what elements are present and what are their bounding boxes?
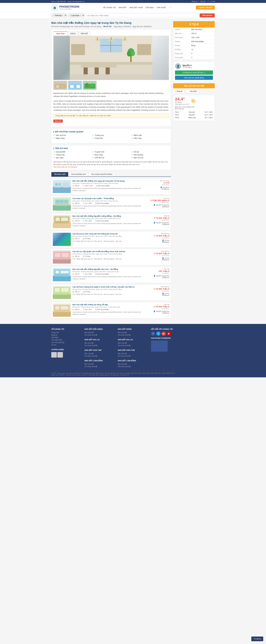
listing-image-5[interactable] [53, 250, 71, 264]
like-button[interactable]: ♡ Yêu thích [186, 90, 199, 93]
location-select[interactable]: – Lựa chọn – [68, 13, 84, 18]
footer-link-post[interactable]: Đăng tin [51, 334, 82, 336]
detail-floors-label: Số tầng: [173, 48, 190, 52]
email-button[interactable]: Gởi mail cho người đăng [175, 76, 213, 80]
like-icon-3[interactable]: ♡ [165, 226, 167, 228]
listing-image-8[interactable] [53, 304, 71, 317]
footer-link-home[interactable]: Trang chủ [51, 332, 82, 334]
thumbnail-3[interactable] [83, 81, 97, 90]
share-icon-5[interactable]: ⤷ [168, 262, 169, 264]
share-icon-3[interactable]: ⤷ [168, 226, 169, 228]
nav-rent[interactable]: CÂN THUÊ [157, 6, 166, 8]
card-title-4[interactable]: Căn hộ Azura view sông Hàn thơ mộng giá … [73, 233, 147, 235]
listing-image-3[interactable] [53, 215, 71, 228]
share-button[interactable]: < Chia sẻ [173, 90, 184, 93]
card-title-2[interactable]: Cho thuê căn hộ Quận Liên Chiểu – TP Đà … [73, 198, 147, 200]
footer-link-about[interactable]: Giới thiệu [51, 336, 82, 338]
page-title: Bán nhà mặt tiền đường 12m ngay tại trun… [51, 21, 171, 24]
footer-col2-link2[interactable]: Cho thuê nhà đất [85, 334, 115, 336]
like-icon-4[interactable]: ♡ [165, 244, 167, 246]
keyword-input[interactable] [86, 14, 198, 18]
thumbnail-2[interactable] [68, 81, 82, 90]
listing-image-7[interactable] [53, 286, 71, 299]
read-more-link[interactable]: Xem thêm bảo báo về chứng đó [53, 166, 77, 168]
share-icon-2[interactable]: ⤷ [168, 208, 169, 210]
logo[interactable]: PHONGTRODN Phòng trọ Đà Nẵng [51, 4, 79, 11]
footer-col3b-link2[interactable]: Cho thuê nhà đất [118, 344, 148, 346]
share-icon-4[interactable]: ⤷ [168, 244, 169, 246]
thumbnail-1[interactable] [53, 81, 67, 90]
tab-video[interactable]: VIDEO [67, 32, 78, 36]
contact-link[interactable]: Liên hệ [200, 0, 205, 2]
email-address[interactable]: demo@gmail.com [72, 1, 85, 2]
youtube-icon[interactable]: ▶ [214, 0, 215, 2]
card-title-5[interactable]: Căn hộ cao cấp Quận Liên Chiểu Đà Nẵng c… [73, 250, 147, 252]
footer-link-contact[interactable]: Liên hệ & giới p/g [51, 342, 82, 344]
card-title-7[interactable]: Căn hộ Paris Hoàng Kim Quận 2 chính thức… [73, 286, 147, 288]
footer-col2c-link2[interactable]: Cho thuê nhà đất [85, 355, 115, 357]
card-title-3[interactable]: Bán nhà mặt tiền đường Nguyễn Lương Bằng… [73, 215, 147, 217]
footer-col2d-link2[interactable]: Cho thuê nhà đất [85, 366, 115, 368]
card-title-1[interactable]: Bán nhà mặt tiền đường 12m ngay tại trun… [73, 180, 147, 182]
share-icon-1[interactable]: ⤷ [168, 191, 169, 193]
footer-col3d-link2[interactable]: Cho thuê nhà đất [118, 366, 148, 368]
listing-image-2[interactable] [53, 198, 71, 210]
facebook-icon[interactable]: f [208, 0, 208, 2]
report-button[interactable]: Báo cáo [53, 120, 63, 122]
nav-buy[interactable]: CẦN MUA [145, 6, 154, 8]
utility-grid: ✓ Internet/Wifi ✓ Truyền hình ✓ Hồ bơi ✓… [53, 151, 169, 159]
instagram-icon[interactable]: in [211, 0, 212, 2]
nav-real-estate[interactable]: NHÀ ĐẤT [119, 6, 127, 8]
like-icon-6[interactable]: ♡ [165, 279, 167, 282]
tab-similar[interactable]: TIN CÙNG NGƯỜI ĐĂNG [89, 172, 115, 176]
tab-map[interactable]: BẢN ĐỒ [78, 32, 91, 36]
googleplus-social-icon[interactable]: g+ [162, 332, 166, 336]
listing-image-1[interactable] [53, 180, 71, 193]
footer-col2d-link1[interactable]: Bán nhà đất [85, 363, 115, 365]
card-addr-2: 80 hà Nam, Phường Đông Kuên, Quận Hoàn K… [73, 200, 147, 202]
footer-col3c-link1[interactable]: Bán nhà đất [118, 352, 148, 354]
footer-col2-link1[interactable]: Bán nhà đất [85, 332, 115, 334]
footer-col3d-link1[interactable]: Bán nhà đất [118, 363, 148, 365]
footer-col3-link1[interactable]: Bán nhà đất [118, 332, 148, 334]
tab-image[interactable]: HÌNH ẢNH [53, 32, 67, 36]
footer-link-news[interactable]: Tin tức [51, 344, 82, 346]
login-link[interactable]: Đăng ký [192, 0, 197, 2]
like-icon-5[interactable]: ♡ [165, 262, 167, 264]
share-icon-8[interactable]: ⤷ [168, 315, 169, 317]
more-icon[interactable]: ⋮⋮ [169, 6, 172, 8]
like-icon-1[interactable]: ♡ [165, 191, 167, 193]
footer-col2b-link1[interactable]: Bán nhà đất [85, 342, 115, 344]
footer-link-search[interactable]: Tìm kiếm kiếm [51, 339, 82, 341]
nav-for-rent[interactable]: NHÀ ĐẤT THUÊ [129, 6, 143, 8]
like-icon-2[interactable]: ♡ [165, 208, 167, 210]
type-select[interactable]: – Thể loại – [51, 13, 67, 18]
phone-button[interactable]: 123456Xxxx (click để xem...) [175, 70, 213, 75]
phone-number[interactable]: 0358 999 888 [57, 1, 66, 2]
register-button[interactable]: + ĐĂNG TIN MỚI [196, 6, 215, 10]
footer-witnesses-title: CHỨNG NHẬN [51, 348, 82, 351]
share-icon-6[interactable]: ⤷ [168, 279, 169, 282]
search-button[interactable]: TÌM NHANH [200, 14, 215, 18]
share-icon-7[interactable]: ⤷ [168, 297, 169, 299]
footer-col2b-link2[interactable]: Cho thuê nhà đất [85, 344, 115, 346]
twitter-icon[interactable]: t [209, 0, 210, 2]
facebook-social-icon[interactable]: f [151, 332, 155, 336]
footer-col3-link2[interactable]: Cho thuê nhà đất [118, 334, 148, 336]
footer-col3c-link2[interactable]: Cho thuê nhà đất [118, 355, 148, 357]
youtube-social-icon[interactable]: ▶ [167, 332, 171, 336]
listing-image-6[interactable] [53, 268, 71, 281]
nav-about[interactable]: VỀ CHÚNG TÔI [103, 6, 116, 8]
like-icon-8[interactable]: ♡ [165, 315, 167, 317]
contact-button[interactable]: Gặp chủ nhà trực tiếp [173, 83, 215, 88]
footer-col3b-link1[interactable]: Bán nhà đất [118, 342, 148, 344]
card-desc-2: Lorem ipsum is simply dummy text of the … [73, 205, 147, 209]
tab-price[interactable]: TIN KHOẢNG GIÁ [68, 172, 88, 176]
listing-image-4[interactable] [53, 233, 71, 246]
tab-area[interactable]: TIN KHU VỰC [51, 172, 68, 176]
card-title-6[interactable]: Bán nhà mặt tiền đường Nguyễn Văn Linh –… [73, 268, 147, 270]
footer-col2c-link1[interactable]: Bán nhà đất [85, 352, 115, 354]
twitter-social-icon[interactable]: t [156, 332, 160, 336]
like-icon-7[interactable]: ♡ [165, 297, 167, 299]
card-title-8[interactable]: Bán nhà mặt tiền hướng tây đông rất đẹp [73, 304, 147, 306]
